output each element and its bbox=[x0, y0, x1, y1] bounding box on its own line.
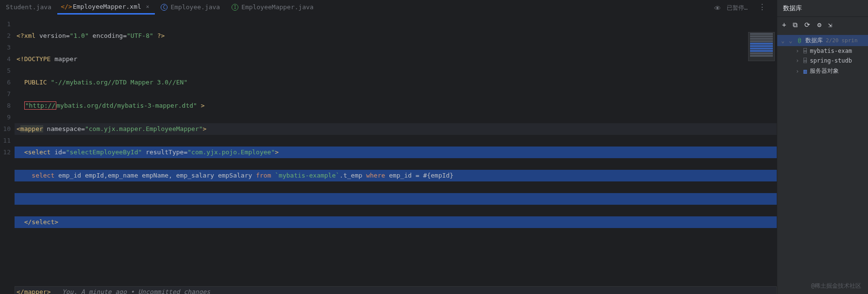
editor-area[interactable]: 1 2 3 4 5 6 7 8 9 10 11 12 <?xml version… bbox=[0, 15, 777, 294]
tab-employee-java[interactable]: C Employee.java bbox=[155, 0, 226, 15]
schema-icon: ⌸ bbox=[803, 57, 807, 64]
tab-employeemapper-xml[interactable]: </> EmployeeMapper.xml ✕ bbox=[57, 0, 155, 15]
tree-label: 数据库 bbox=[805, 36, 823, 45]
xml-icon: </> bbox=[63, 3, 70, 10]
duplicate-icon[interactable]: ⧉ bbox=[793, 21, 798, 29]
close-icon[interactable]: ✕ bbox=[146, 3, 150, 10]
inspection-status: 已暂停… bbox=[727, 4, 748, 12]
tree-tag: sprin bbox=[842, 37, 858, 44]
chevron-down-icon: ⌄ bbox=[781, 37, 786, 44]
code-body[interactable]: <?xml version="1.0" encoding="UTF-8" ?> … bbox=[15, 15, 777, 294]
tab-label: Student.java bbox=[6, 3, 51, 11]
database-panel: 数据库 + ⧉ ⟳ ⚙ ⇲ ⌄ ⌄ 🛢 数据库 2/20 sprin › ⌸ m… bbox=[777, 0, 868, 294]
server-icon: ▥ bbox=[803, 68, 807, 75]
tree-item-server[interactable]: › ▥ 服务器对象 bbox=[777, 65, 868, 77]
panel-title: 数据库 bbox=[777, 0, 868, 17]
tree-label: spring-studb bbox=[810, 57, 852, 64]
editor-tabs: Student.java </> EmployeeMapper.xml ✕ C … bbox=[0, 0, 777, 15]
editor-main: Student.java </> EmployeeMapper.xml ✕ C … bbox=[0, 0, 777, 294]
schema-icon: ⌸ bbox=[803, 48, 807, 54]
tab-label: Employee.java bbox=[170, 3, 220, 11]
tree-root[interactable]: ⌄ ⌄ 🛢 数据库 2/20 sprin bbox=[777, 35, 868, 46]
tab-label: EmployeeMapper.xml bbox=[73, 3, 141, 10]
chevron-right-icon: › bbox=[796, 68, 801, 75]
chevron-right-icon: › bbox=[796, 48, 801, 54]
chevron-down-icon: ⌄ bbox=[789, 37, 794, 44]
database-tree: ⌄ ⌄ 🛢 数据库 2/20 sprin › ⌸ mybatis-exam › … bbox=[777, 33, 868, 79]
interface-icon: I bbox=[232, 4, 238, 11]
editor-status: 👁 已暂停… bbox=[714, 4, 748, 12]
tab-employeemapper-java[interactable]: I EmployeeMapper.java bbox=[226, 0, 319, 15]
tab-label: EmployeeMapper.java bbox=[241, 3, 314, 11]
refresh-icon[interactable]: ⟳ bbox=[804, 21, 810, 29]
tree-item-spring[interactable]: › ⌸ spring-studb bbox=[777, 56, 868, 65]
database-toolbar: + ⧉ ⟳ ⚙ ⇲ bbox=[777, 17, 868, 33]
tab-student[interactable]: Student.java bbox=[0, 0, 57, 15]
watermark: @稀土掘金技术社区 bbox=[811, 282, 861, 290]
eye-off-icon[interactable]: 👁 bbox=[714, 4, 721, 12]
tree-count: 2/20 bbox=[826, 37, 839, 44]
add-icon[interactable]: + bbox=[782, 21, 786, 29]
tree-label: mybatis-exam bbox=[810, 48, 852, 54]
collapse-icon[interactable]: ⇲ bbox=[828, 21, 832, 29]
tab-overflow-menu[interactable]: ⋮ bbox=[749, 2, 777, 12]
tree-item-mybatis[interactable]: › ⌸ mybatis-exam bbox=[777, 46, 868, 56]
git-blame-annotation: You, A minute ago • Uncommitted changes bbox=[50, 288, 210, 294]
minimap[interactable] bbox=[748, 32, 775, 61]
tree-label: 服务器对象 bbox=[810, 67, 839, 75]
gear-icon[interactable]: ⚙ bbox=[817, 21, 821, 29]
class-icon: C bbox=[161, 4, 167, 11]
database-icon: 🛢 bbox=[797, 37, 802, 44]
chevron-right-icon: › bbox=[796, 57, 801, 64]
gutter: 1 2 3 4 5 6 7 8 9 10 11 12 bbox=[0, 15, 15, 294]
